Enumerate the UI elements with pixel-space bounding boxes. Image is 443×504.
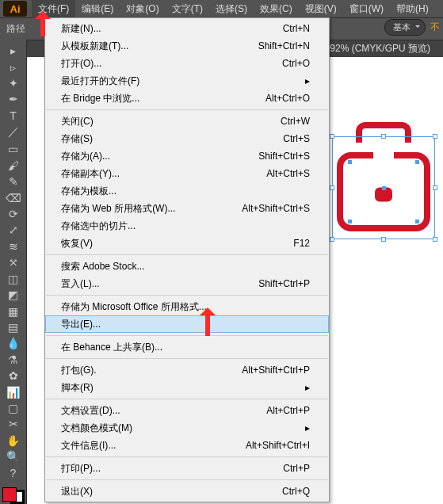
menu-item-关闭(C)[interactable]: 关闭(C)Ctrl+W xyxy=(45,113,329,130)
menu-item-新建(N)...[interactable]: 新建(N)...Ctrl+N xyxy=(45,20,329,37)
anchor-point[interactable] xyxy=(348,160,352,164)
menu-item-存储副本(Y)...[interactable]: 存储副本(Y)...Alt+Ctrl+S xyxy=(45,165,329,182)
path-label: 路径 xyxy=(6,22,25,36)
menu-item-shortcut: Ctrl+Q xyxy=(282,485,310,498)
menu-item-shortcut: ▸ xyxy=(305,74,310,87)
menu-item-存储为(A)...[interactable]: 存储为(A)...Shift+Ctrl+S xyxy=(45,147,329,165)
menu-视图(V)[interactable]: 视图(V) xyxy=(299,0,343,18)
menu-item-恢复(V)[interactable]: 恢复(V)F12 xyxy=(45,235,329,252)
selection-tool[interactable]: ▸ xyxy=(4,44,23,57)
zoom-tool[interactable]: 🔍 xyxy=(4,450,23,463)
menu-item-打印(P)...[interactable]: 打印(P)...Ctrl+P xyxy=(45,460,329,477)
menu-item-从模板新建(T)...[interactable]: 从模板新建(T)...Shift+Ctrl+N xyxy=(45,37,329,55)
question-tool[interactable]: ? xyxy=(4,467,23,479)
menu-item-存储为 Microsoft Office 所用格式...[interactable]: 存储为 Microsoft Office 所用格式... xyxy=(45,298,329,315)
type-tool[interactable]: T xyxy=(4,109,23,122)
menu-item-置入(L)...[interactable]: 置入(L)...Shift+Ctrl+P xyxy=(45,275,329,292)
menu-效果(C)[interactable]: 效果(C) xyxy=(254,0,299,18)
menu-item-存储(S)[interactable]: 存储(S)Ctrl+S xyxy=(45,130,329,147)
opacity-label: 不 xyxy=(430,21,440,34)
pen-tool[interactable]: ✒ xyxy=(4,93,23,105)
menu-item-存储为 Web 所用格式(W)...[interactable]: 存储为 Web 所用格式(W)...Alt+Shift+Ctrl+S xyxy=(45,200,329,217)
menu-item-shortcut: Alt+Ctrl+S xyxy=(266,167,310,180)
pencil-tool[interactable]: ✎ xyxy=(4,175,23,188)
menu-编辑(E)[interactable]: 编辑(E) xyxy=(75,0,120,18)
resize-handle[interactable] xyxy=(433,185,437,190)
direct-select-tool[interactable]: ▹ xyxy=(4,60,23,73)
menu-item-label: 脚本(R) xyxy=(61,381,94,394)
resize-handle[interactable] xyxy=(381,134,386,139)
menu-item-搜索 Adobe Stock...[interactable]: 搜索 Adobe Stock... xyxy=(45,258,329,275)
menu-item-label: 退出(X) xyxy=(61,485,93,498)
menu-对象(O)[interactable]: 对象(O) xyxy=(120,0,165,18)
menu-item-shortcut: Ctrl+P xyxy=(283,462,310,475)
menu-item-label: 恢复(V) xyxy=(61,237,93,250)
blend-tool[interactable]: ⚗ xyxy=(4,353,23,366)
menu-item-shortcut: Alt+Ctrl+O xyxy=(265,92,310,105)
style-dropdown[interactable]: 基本 xyxy=(384,19,426,36)
resize-handle[interactable] xyxy=(433,134,437,139)
anchor-point[interactable] xyxy=(415,160,419,164)
menu-item-打开(O)...[interactable]: 打开(O)...Ctrl+O xyxy=(45,55,329,72)
menu-item-文档颜色模式(M)[interactable]: 文档颜色模式(M)▸ xyxy=(45,419,329,437)
menu-item-在 Behance 上共享(B)...[interactable]: 在 Behance 上共享(B)... xyxy=(45,338,329,356)
menu-item-shortcut: ▸ xyxy=(305,422,310,434)
menu-文字(T)[interactable]: 文字(T) xyxy=(166,0,209,18)
menu-item-打包(G).[interactable]: 打包(G).Alt+Shift+Ctrl+P xyxy=(45,361,329,379)
menu-item-最近打开的文件(F)[interactable]: 最近打开的文件(F)▸ xyxy=(45,72,329,90)
menu-item-在 Bridge 中浏览...[interactable]: 在 Bridge 中浏览...Alt+Ctrl+O xyxy=(45,90,329,107)
menu-帮助(H)[interactable]: 帮助(H) xyxy=(390,0,435,18)
menu-item-脚本(R)[interactable]: 脚本(R)▸ xyxy=(45,379,329,396)
menu-item-导出(E)...[interactable]: 导出(E)... xyxy=(45,315,329,333)
perspective-tool[interactable]: ◩ xyxy=(4,288,23,301)
menu-separator xyxy=(46,399,328,399)
artwork-selection[interactable] xyxy=(332,136,435,239)
slice-tool[interactable]: ✂ xyxy=(4,418,23,430)
shape-builder-tool[interactable]: ◫ xyxy=(4,272,23,284)
menu-item-shortcut: Shift+Ctrl+S xyxy=(258,150,310,162)
rotate-tool[interactable]: ⟳ xyxy=(4,208,23,220)
symbol-tool[interactable]: ✿ xyxy=(4,369,23,382)
width-tool[interactable]: ≋ xyxy=(4,240,23,253)
resize-handle[interactable] xyxy=(381,237,386,242)
resize-handle[interactable] xyxy=(330,134,334,139)
menu-item-shortcut: Ctrl+S xyxy=(283,132,310,145)
menu-item-shortcut: Ctrl+O xyxy=(282,57,310,70)
file-menu-dropdown: 新建(N)...Ctrl+N从模板新建(T)...Shift+Ctrl+N打开(… xyxy=(44,17,330,502)
resize-handle[interactable] xyxy=(330,237,334,242)
anchor-point[interactable] xyxy=(348,220,352,223)
graph-tool[interactable]: 📊 xyxy=(4,385,23,398)
menu-item-shortcut: Alt+Shift+Ctrl+P xyxy=(242,364,310,376)
menu-item-文件信息(I)...[interactable]: 文件信息(I)...Alt+Shift+Ctrl+I xyxy=(45,437,329,454)
brush-tool[interactable]: 🖌 xyxy=(4,159,23,172)
menu-item-存储为模板...[interactable]: 存储为模板... xyxy=(45,182,329,200)
menu-item-shortcut: Shift+Ctrl+N xyxy=(258,40,310,52)
menu-窗口(W)[interactable]: 窗口(W) xyxy=(343,0,390,18)
rect-tool[interactable]: ▭ xyxy=(4,143,23,155)
hand-tool[interactable]: ✋ xyxy=(4,434,23,447)
color-swatches[interactable] xyxy=(2,487,25,504)
line-tool[interactable]: ／ xyxy=(4,125,23,139)
artboard-tool[interactable]: ▢ xyxy=(4,402,23,414)
anchor-point[interactable] xyxy=(382,186,386,190)
wand-tool[interactable]: ✦ xyxy=(4,77,23,90)
gradient-tool[interactable]: ▤ xyxy=(4,321,23,334)
menu-item-退出(X)[interactable]: 退出(X)Ctrl+Q xyxy=(45,483,329,500)
scale-tool[interactable]: ⤢ xyxy=(4,223,23,236)
menu-item-存储选中的切片...[interactable]: 存储选中的切片... xyxy=(45,217,329,235)
menu-选择(S)[interactable]: 选择(S) xyxy=(209,0,254,18)
menu-item-label: 搜索 Adobe Stock... xyxy=(61,260,144,273)
resize-handle[interactable] xyxy=(433,237,437,242)
free-transform-tool[interactable]: ⤧ xyxy=(4,256,23,269)
eyedropper-tool[interactable]: 💧 xyxy=(4,337,23,349)
menu-item-label: 置入(L)... xyxy=(61,277,100,290)
mesh-tool[interactable]: ▦ xyxy=(4,304,23,317)
menu-item-文档设置(D)...[interactable]: 文档设置(D)...Alt+Ctrl+P xyxy=(45,402,329,419)
annotation-arrow xyxy=(200,307,216,336)
eraser-tool[interactable]: ⌫ xyxy=(4,191,23,204)
menu-item-label: 存储为 Microsoft Office 所用格式... xyxy=(61,300,207,313)
menu-item-label: 最近打开的文件(F) xyxy=(61,74,139,87)
menu-item-shortcut: Alt+Shift+Ctrl+I xyxy=(246,439,310,452)
resize-handle[interactable] xyxy=(330,185,334,190)
anchor-point[interactable] xyxy=(415,220,419,223)
